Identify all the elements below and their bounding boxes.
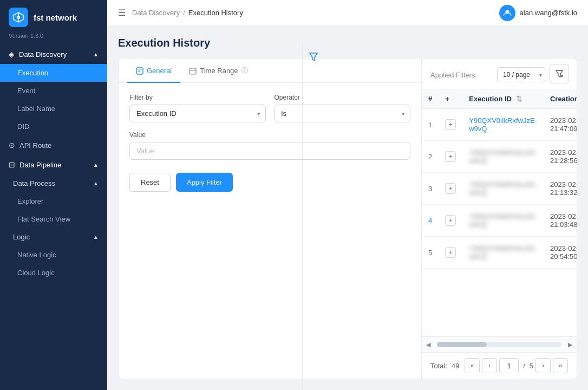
sidebar-item-label-name[interactable]: Label Name <box>0 100 107 118</box>
svg-point-1 <box>17 16 20 19</box>
table-row: 3 + Y90QXV0iIkRxfwJzE-w9vQ 2023-02-03 21… <box>422 173 577 205</box>
scroll-right-arrow[interactable]: ▶ <box>568 341 572 348</box>
tab-time-range[interactable]: Time Range ⓘ <box>180 58 256 83</box>
creation-time-4: 2023-02-03 21:03:48 <box>544 205 577 237</box>
row-num-4: 4 <box>422 205 439 237</box>
row-expand-1: + <box>439 109 462 141</box>
last-page-button[interactable]: » <box>553 358 568 373</box>
sidebar-item-explorer[interactable]: Explorer <box>0 192 107 210</box>
exec-id-5-text: Y90QXV0iIkRxfwJzE-w9vQ <box>469 244 537 261</box>
sidebar-subgroup-data-process-label: Data Process <box>13 179 55 187</box>
exec-id-1[interactable]: Y90QXV0iIkRxfwJzE-w9vQ <box>462 109 544 141</box>
sidebar-item-execution[interactable]: Execution <box>0 64 107 82</box>
main-content: ☰ Data Discovery / Execution History ala… <box>107 0 588 390</box>
exec-id-3[interactable]: Y90QXV0iIkRxfwJzE-w9vQ <box>462 173 544 205</box>
row-num-2: 2 <box>422 141 439 173</box>
hamburger-icon[interactable]: ☰ <box>118 8 126 18</box>
first-page-button[interactable]: « <box>465 358 480 373</box>
table-row: 2 + Y90QXV0iIkRxfwJzE-w9vQ 2023-02-03 21… <box>422 141 577 173</box>
breadcrumb-separator: / <box>183 9 185 17</box>
sidebar-item-did[interactable]: DID <box>0 118 107 135</box>
table-body: 1 + Y90QXV0iIkRxfwJzE-w9vQ 2023-02-03 21… <box>422 109 577 269</box>
exec-id-4-text: Y90QXV0iIkRxfwJzE-w9vQ <box>469 212 537 229</box>
filter-content: Filter by Execution ID Creation Time Sta… <box>119 83 421 379</box>
col-header-expand: + <box>439 89 462 109</box>
h-scrollbar-track[interactable] <box>437 342 561 347</box>
sidebar-item-native-logic-label: Native Logic <box>17 251 56 259</box>
table-row: 5 + Y90QXV0iIkRxfwJzE-w9vQ 2023-02-03 20… <box>422 237 577 269</box>
expand-btn-1[interactable]: + <box>445 119 456 130</box>
sidebar-group-api-route-label: API Route <box>19 141 51 150</box>
time-range-info-icon: ⓘ <box>241 66 248 75</box>
page-separator: / <box>521 362 527 370</box>
col-header-creation-time[interactable]: Creation Time ⇅ <box>544 89 577 109</box>
operator-select[interactable]: is is not contains starts with <box>275 105 411 122</box>
filter-actions: Reset Apply Filter <box>129 173 410 192</box>
col-execution-id-label: Execution ID <box>469 95 512 103</box>
execution-table: # + Execution ID ⇅ Creation Time ⇅ <box>422 89 577 269</box>
prev-page-button[interactable]: ‹ <box>482 358 497 373</box>
sidebar: fst network Version 1.3.0 ◈ Data Discove… <box>0 0 107 390</box>
logo-area: fst network <box>0 0 107 32</box>
per-page-select[interactable]: 10 / page 20 / page 50 / page <box>497 67 546 82</box>
filter-funnel-side[interactable] <box>302 58 324 379</box>
breadcrumb-parent[interactable]: Data Discovery <box>132 9 180 17</box>
general-tab-icon <box>136 67 143 75</box>
creation-time-5: 2023-02-03 20:54:50 <box>544 237 577 269</box>
sidebar-item-event-label: Event <box>17 87 35 95</box>
filter-row-1: Filter by Execution ID Creation Time Sta… <box>129 94 410 122</box>
sidebar-item-explorer-label: Explorer <box>17 197 43 205</box>
filter-by-select[interactable]: Execution ID Creation Time Status <box>129 105 266 122</box>
svg-rect-8 <box>190 68 196 74</box>
reset-button[interactable]: Reset <box>129 173 171 192</box>
sidebar-item-flat-search-view[interactable]: Flat Search View <box>0 210 107 228</box>
filter-by-col: Filter by Execution ID Creation Time Sta… <box>129 94 266 122</box>
col-header-execution-id[interactable]: Execution ID ⇅ <box>462 89 544 109</box>
sidebar-item-did-label: DID <box>17 122 29 131</box>
exec-id-5[interactable]: Y90QXV0iIkRxfwJzE-w9vQ <box>462 237 544 269</box>
sidebar-group-data-pipeline-label: Data Pipeline <box>19 161 61 169</box>
table-row: 4 + Y90QXV0iIkRxfwJzE-w9vQ 2023-02-03 21… <box>422 205 577 237</box>
sidebar-group-data-discovery[interactable]: ◈ Data Discovery ▲ <box>0 44 107 64</box>
scroll-left-arrow[interactable]: ◀ <box>426 341 430 348</box>
expand-btn-3[interactable]: + <box>445 183 456 194</box>
table-header-row: # + Execution ID ⇅ Creation Time ⇅ <box>422 89 577 109</box>
expand-btn-4[interactable]: + <box>445 215 456 226</box>
exec-id-3-text: Y90QXV0iIkRxfwJzE-w9vQ <box>469 180 537 197</box>
sidebar-item-native-logic[interactable]: Native Logic <box>0 246 107 264</box>
tab-time-range-label: Time Range <box>200 67 238 75</box>
sidebar-item-event[interactable]: Event <box>0 82 107 100</box>
row-expand-5: + <box>439 237 462 269</box>
clear-filter-button[interactable] <box>550 64 569 83</box>
expand-btn-5[interactable]: + <box>445 247 456 258</box>
operator-select-wrap: is is not contains starts with <box>275 105 411 122</box>
filter-tabs: General Time Range ⓘ <box>119 58 421 83</box>
exec-id-4[interactable]: Y90QXV0iIkRxfwJzE-w9vQ <box>462 205 544 237</box>
tab-general[interactable]: General <box>127 58 180 83</box>
tab-general-label: General <box>147 67 172 75</box>
svg-rect-5 <box>136 68 143 74</box>
next-page-button[interactable]: › <box>535 358 551 373</box>
sidebar-subgroup-logic[interactable]: Logic ▲ <box>0 228 107 246</box>
apply-filter-button[interactable]: Apply Filter <box>176 173 233 192</box>
h-scrollbar-thumb <box>437 342 487 347</box>
logic-chevron-icon: ▲ <box>93 234 99 240</box>
sidebar-subgroup-data-process[interactable]: Data Process ▲ <box>0 174 107 192</box>
value-input[interactable] <box>129 142 410 160</box>
row-expand-3: + <box>439 173 462 205</box>
user-area: alan.wang@fstk.io <box>499 5 577 21</box>
exec-id-2[interactable]: Y90QXV0iIkRxfwJzE-w9vQ <box>462 141 544 173</box>
topbar: ☰ Data Discovery / Execution History ala… <box>107 0 588 26</box>
total-text: Total: <box>430 362 447 370</box>
total-count: 49 <box>452 362 459 370</box>
expand-btn-2[interactable]: + <box>445 151 456 162</box>
scrollbar-area: ◀ ▶ <box>422 336 577 352</box>
logo-text: fst network <box>34 13 77 22</box>
sidebar-group-api-route[interactable]: ⊙ API Route <box>0 135 107 155</box>
current-page-input[interactable] <box>499 358 519 373</box>
sidebar-item-cloud-logic[interactable]: Cloud Logic <box>0 264 107 282</box>
sidebar-group-data-pipeline[interactable]: ⊡ Data Pipeline ▲ <box>0 155 107 174</box>
breadcrumb-current: Execution History <box>188 9 243 17</box>
version-label: Version 1.3.0 <box>0 32 107 44</box>
data-discovery-icon: ◈ <box>9 50 15 58</box>
